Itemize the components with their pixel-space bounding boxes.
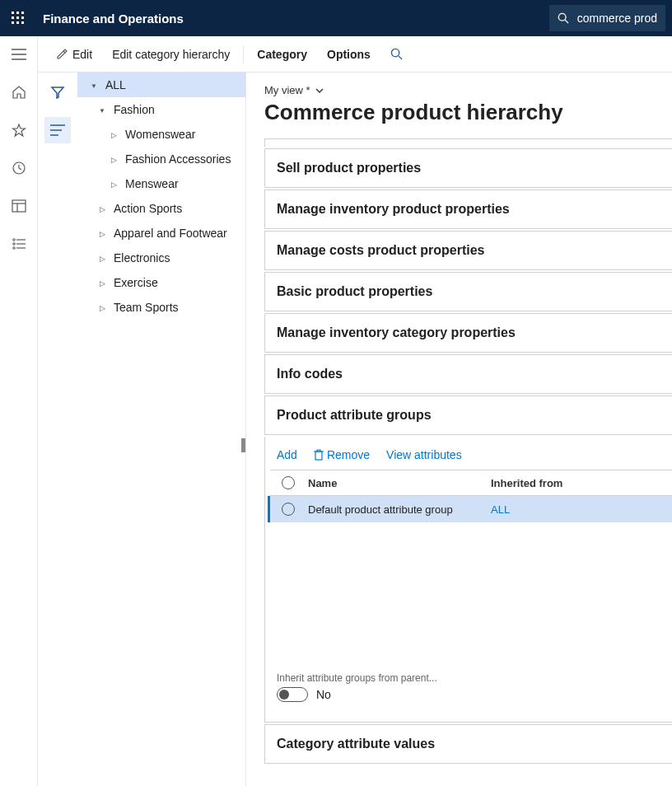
- svg-point-20: [12, 243, 15, 246]
- tree-node-label: Team Sports: [114, 301, 179, 314]
- add-button[interactable]: Add: [277, 448, 297, 461]
- view-attributes-button[interactable]: View attributes: [386, 448, 462, 461]
- splitter-handle[interactable]: ▌: [240, 435, 250, 455]
- category-tab[interactable]: Category: [249, 43, 315, 66]
- action-toolbar: Edit Edit category hierarchy Category Op…: [38, 36, 672, 73]
- svg-point-24: [391, 49, 399, 56]
- tree-node-team-sports[interactable]: Team Sports: [77, 295, 245, 320]
- trash-icon: [314, 449, 324, 461]
- remove-button[interactable]: Remove: [314, 448, 370, 461]
- svg-point-18: [12, 239, 15, 241]
- svg-rect-15: [12, 200, 26, 212]
- edit-hierarchy-label: Edit category hierarchy: [112, 48, 230, 61]
- tree-node-apparel-footwear[interactable]: Apparel and Footwear: [77, 221, 245, 246]
- section-info-codes[interactable]: Info codes: [264, 354, 672, 394]
- left-rail: [0, 36, 38, 786]
- chevron-right-icon[interactable]: [109, 130, 119, 139]
- view-selector[interactable]: My view *: [264, 84, 672, 96]
- chevron-down-icon[interactable]: [89, 81, 99, 90]
- filter-icon[interactable]: [44, 79, 71, 105]
- tree-node-action-sports[interactable]: Action Sports: [77, 196, 245, 221]
- chevron-right-icon[interactable]: [109, 180, 119, 189]
- options-tab[interactable]: Options: [319, 43, 379, 66]
- column-name[interactable]: Name: [306, 477, 489, 489]
- section-sell-properties[interactable]: Sell product properties: [264, 148, 672, 188]
- modules-icon[interactable]: [9, 234, 29, 254]
- hamburger-icon[interactable]: [9, 44, 29, 64]
- tree-node-electronics[interactable]: Electronics: [77, 246, 245, 270]
- tree-node-all[interactable]: ALL: [77, 73, 245, 97]
- tree-tools: [38, 73, 77, 786]
- favorites-icon[interactable]: [9, 120, 29, 140]
- list-lines-icon[interactable]: [44, 117, 71, 143]
- edit-label: Edit: [72, 48, 92, 61]
- toolbar-separator: [243, 45, 244, 63]
- svg-rect-4: [16, 16, 19, 19]
- global-search-input[interactable]: commerce prod: [549, 5, 665, 31]
- inherit-toggle-value: No: [316, 688, 331, 701]
- svg-rect-6: [12, 21, 14, 24]
- svg-rect-1: [16, 12, 19, 14]
- svg-point-22: [12, 247, 15, 250]
- category-tree: ALL Fashion Womenswear Fashion Accessori…: [77, 73, 246, 786]
- tree-node-exercise[interactable]: Exercise: [77, 270, 245, 295]
- toolbar-search-icon[interactable]: [382, 43, 411, 65]
- inherit-toggle-label: Inherit attribute groups from parent...: [265, 661, 672, 687]
- tree-node-fashion-accessories[interactable]: Fashion Accessories: [77, 147, 245, 171]
- search-text: commerce prod: [577, 12, 657, 25]
- chevron-right-icon[interactable]: [97, 229, 107, 238]
- recent-icon[interactable]: [9, 158, 29, 178]
- tree-node-label: Menswear: [125, 177, 179, 190]
- tree-node-womenswear[interactable]: Womenswear: [77, 122, 245, 147]
- chevron-right-icon[interactable]: [97, 303, 107, 312]
- row-name: Default product attribute group: [306, 503, 489, 516]
- tree-node-label: Fashion Accessories: [125, 152, 231, 166]
- tree-node-label: Electronics: [114, 251, 170, 264]
- svg-line-10: [565, 20, 568, 23]
- section-basic-properties[interactable]: Basic product properties: [264, 272, 672, 311]
- grid-row[interactable]: Default product attribute group ALL: [268, 496, 672, 522]
- section-strip: [264, 138, 672, 147]
- edit-button[interactable]: Edit: [48, 43, 100, 66]
- tree-node-fashion[interactable]: Fashion: [77, 97, 245, 122]
- section-category-attribute-values[interactable]: Category attribute values: [264, 724, 672, 764]
- options-label: Options: [327, 48, 371, 61]
- tree-node-label: Apparel and Footwear: [114, 227, 227, 240]
- inherit-toggle[interactable]: [277, 687, 308, 702]
- app-launcher-icon[interactable]: [0, 0, 36, 36]
- tree-node-label: Action Sports: [114, 202, 182, 215]
- row-inherited-link[interactable]: ALL: [489, 503, 672, 516]
- section-costs[interactable]: Manage costs product properties: [264, 231, 672, 270]
- workspaces-icon[interactable]: [9, 196, 29, 216]
- section-inventory-product[interactable]: Manage inventory product properties: [264, 189, 672, 229]
- top-navbar: Finance and Operations commerce prod: [0, 0, 672, 36]
- section-product-attribute-groups[interactable]: Product attribute groups: [264, 395, 672, 435]
- svg-rect-3: [12, 16, 14, 19]
- column-inherited[interactable]: Inherited from: [489, 477, 672, 489]
- select-all-checkbox[interactable]: [270, 476, 306, 489]
- tree-node-label: ALL: [105, 78, 126, 91]
- product-attribute-groups-body: Add Remove View attributes Name: [264, 437, 672, 723]
- chevron-right-icon[interactable]: [109, 155, 119, 164]
- edit-hierarchy-button[interactable]: Edit category hierarchy: [104, 43, 238, 66]
- svg-rect-2: [21, 12, 24, 14]
- svg-point-9: [558, 13, 566, 21]
- tree-node-label: Exercise: [114, 276, 158, 289]
- row-checkbox[interactable]: [270, 503, 306, 516]
- svg-rect-7: [16, 21, 19, 24]
- chevron-right-icon[interactable]: [97, 204, 107, 213]
- home-icon[interactable]: [9, 82, 29, 102]
- tree-node-menswear[interactable]: Menswear: [77, 171, 245, 196]
- svg-rect-5: [21, 16, 24, 19]
- section-inventory-category[interactable]: Manage inventory category properties: [264, 313, 672, 353]
- chevron-right-icon[interactable]: [97, 278, 107, 288]
- svg-rect-0: [12, 12, 14, 14]
- tree-node-label: Womenswear: [125, 128, 195, 141]
- remove-label: Remove: [327, 448, 370, 461]
- chevron-right-icon[interactable]: [97, 254, 107, 263]
- svg-rect-29: [315, 451, 322, 460]
- svg-rect-8: [21, 21, 24, 24]
- main-content: My view * Commerce product hierarchy Sel…: [246, 73, 672, 786]
- tree-node-label: Fashion: [114, 103, 155, 116]
- chevron-down-icon[interactable]: [97, 105, 107, 115]
